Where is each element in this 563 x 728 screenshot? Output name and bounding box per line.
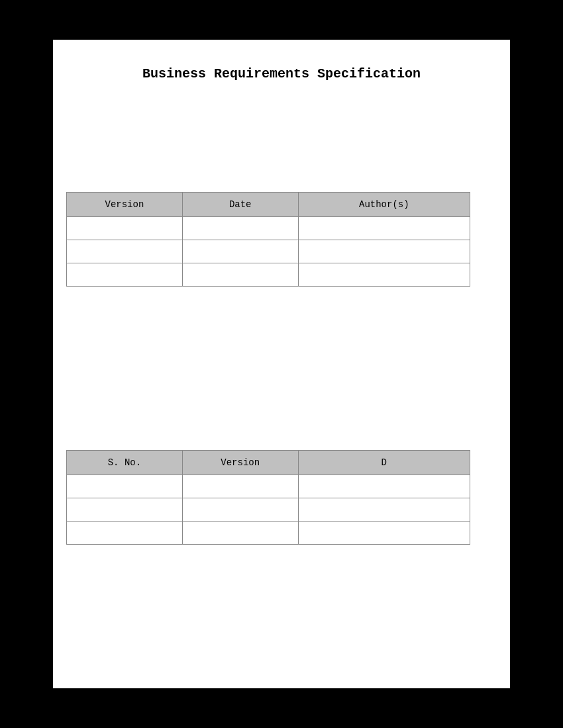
version-cell-2	[182, 475, 298, 498]
version-cell-2	[182, 498, 298, 522]
version-cell	[67, 240, 183, 263]
version-header-2: Version	[182, 451, 298, 475]
table-row	[67, 263, 470, 287]
version-cell-2	[182, 522, 298, 545]
desc-cell	[298, 498, 470, 522]
date-cell	[182, 263, 298, 287]
version-history-table: Version Date Author(s)	[66, 192, 470, 287]
date-cell	[182, 240, 298, 263]
version-header: Version	[67, 193, 183, 217]
author-cell	[298, 240, 470, 263]
table-row	[67, 217, 470, 240]
revision-table: S. No. Version D	[66, 450, 470, 545]
author-cell	[298, 263, 470, 287]
sno-cell	[67, 498, 183, 522]
table-row	[67, 240, 470, 263]
author-header: Author(s)	[298, 193, 470, 217]
desc-cell	[298, 475, 470, 498]
sno-header: S. No.	[67, 451, 183, 475]
document-title: Business Requirements Specification	[53, 66, 510, 81]
table-row	[67, 475, 470, 498]
document-area: Business Requirements Specification Vers…	[53, 40, 510, 688]
page-container: Business Requirements Specification Vers…	[0, 0, 563, 728]
version-cell	[67, 217, 183, 240]
table-row	[67, 522, 470, 545]
date-cell	[182, 217, 298, 240]
author-cell	[298, 217, 470, 240]
version-cell	[67, 263, 183, 287]
table-row	[67, 498, 470, 522]
desc-cell	[298, 522, 470, 545]
sno-cell	[67, 475, 183, 498]
date-header: Date	[182, 193, 298, 217]
sno-cell	[67, 522, 183, 545]
description-header: D	[298, 451, 470, 475]
